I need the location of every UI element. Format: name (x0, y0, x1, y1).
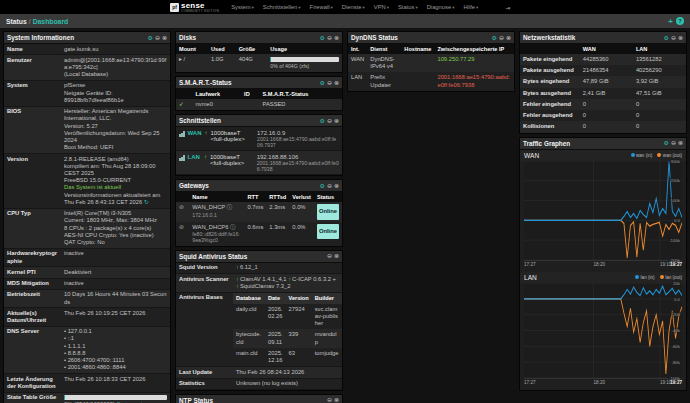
minimize-icon[interactable]: ⊖ (671, 35, 676, 41)
table-row: Betriebszeit10 Days 16 Hours 44 Minutes … (4, 290, 170, 308)
minimize-icon[interactable]: ⊖ (327, 397, 332, 403)
nav-item-services[interactable]: Dienste▾ (342, 4, 365, 10)
update-arrow-icon: ↑ (236, 283, 239, 289)
lan-traffic-graph: LAN lan (in) lan (out) 20k0.0-20k-40k-60… (520, 272, 686, 388)
table-row: Version2.8.1-RELEASE (amd64)kompiliert a… (4, 154, 170, 209)
wrench-icon[interactable]: ⚙ (664, 140, 669, 146)
wan-traffic-plot[interactable]: 300k200k100k0.0-100k-200k (524, 161, 682, 261)
wrench-icon[interactable]: ⚙ (320, 118, 325, 124)
table-row: MDS Mitigationinactive (4, 279, 170, 290)
chevron-down-icon: ▾ (415, 5, 417, 10)
series-in-dot (631, 153, 635, 157)
panel-title: NTP Status (179, 397, 327, 403)
nav-item-firewall[interactable]: Firewall▾ (310, 4, 333, 10)
system-information-panel: System Informationen ⚙⊖⊗ Namegate.kumk.s… (3, 31, 171, 403)
nav-item-system[interactable]: System▾ (231, 4, 254, 10)
series-in-dot (635, 275, 639, 279)
graph-title: LAN (524, 274, 537, 281)
graph-legend: wan (in) wan (out) (631, 153, 683, 158)
minimize-icon[interactable]: ⊖ (327, 253, 332, 259)
close-icon[interactable]: ⊗ (506, 35, 511, 41)
close-icon[interactable]: ⊗ (334, 397, 339, 403)
lan-traffic-plot[interactable]: 20k0.0-20k-40k-60k-80k-100k (524, 283, 682, 379)
chevron-down-icon: ▾ (331, 5, 333, 10)
nav-item-interfaces[interactable]: Schnittstellen▾ (263, 4, 301, 10)
table-row: Fehler ausgehend00 (520, 110, 686, 121)
status-badge: Online (317, 204, 339, 219)
top-navbar: pf sense COMMUNITY EDITION System▾ Schni… (0, 0, 690, 14)
table-row: Bytes ausgehend2,41 GiB47,51 GiB (520, 88, 686, 99)
panel-title: Squid Antivirus Status (179, 253, 327, 260)
panel-title: S.M.A.R.T.-Status (179, 79, 320, 86)
table-row: main.cld2025.12.1663tomjudge (233, 348, 342, 366)
close-icon[interactable]: ⊗ (334, 118, 339, 124)
interface-speed: 1000baseT <full-duplex> (211, 130, 255, 142)
nav-item-label: Schnittstellen (263, 4, 297, 10)
table-row: LANPrefix Updater2001:1668:ae15:4790:aab… (348, 72, 514, 90)
breadcrumb-page-link[interactable]: Dashboard (33, 18, 69, 25)
wrench-icon[interactable]: ⚙ (320, 80, 325, 86)
panel-title: Gateways (179, 182, 320, 189)
add-widget-icon[interactable]: + (668, 17, 673, 26)
close-icon[interactable]: ⊗ (162, 35, 167, 41)
minimize-icon[interactable]: ⊖ (155, 35, 160, 41)
minimize-icon[interactable]: ⊖ (327, 35, 332, 41)
gateways-panel: Gateways ⚙⊖⊗ NameRTTRTTsdVerlustStatus ⊘… (175, 179, 343, 246)
series-out-dot (657, 153, 661, 157)
close-icon[interactable]: ⊗ (334, 80, 339, 86)
nav-item-label: Diagnose (427, 4, 452, 10)
wrench-icon[interactable]: ⚙ (320, 35, 325, 41)
pfsense-logo[interactable]: pf sense COMMUNITY EDITION (170, 2, 219, 13)
column-4: Netzwerkstatistik ⚙⊖⊗ WANLAN Pakete eing… (519, 31, 687, 391)
minimize-icon[interactable]: ⊖ (671, 140, 676, 146)
close-icon[interactable]: ⊗ (334, 35, 339, 41)
table-row: Pakete eingehend4428536013561282 (520, 54, 686, 65)
info-icon[interactable]: ⓘ (227, 204, 233, 210)
table-row: CPU TypIntel(R) Core(TM) i3-N305Current:… (4, 209, 170, 249)
wrench-icon[interactable]: ⚙ (320, 183, 325, 189)
nav-item-help[interactable]: Hilfe▾ (463, 4, 478, 10)
graph-title: WAN (524, 152, 539, 159)
nav-item-vpn[interactable]: VPN▾ (374, 4, 389, 10)
panel-title: Disks (179, 34, 320, 41)
minimize-icon[interactable]: ⊖ (327, 80, 332, 86)
column-3: DynDNS Status ⚙⊖⊗ Int.DienstHostnameZwis… (347, 31, 515, 92)
close-icon[interactable]: ⊗ (334, 183, 339, 189)
logout-icon[interactable]: ⇥ (505, 4, 510, 11)
nav-item-status[interactable]: Status▾ (398, 4, 418, 10)
expand-icon[interactable]: ▸ (179, 56, 182, 62)
gateway-icon: ⊘ (179, 204, 184, 210)
interface-row-lan: LAN ↑ 1000baseT <full-duplex> 192.168.88… (176, 151, 342, 175)
status-badge: Online (317, 224, 339, 239)
table-row: Kernel PTIDeaktiviert (4, 267, 170, 278)
disks-panel: Disks ⚙⊖⊗ MountUsedGrößeUsage ▸ / 1.0G40… (175, 31, 343, 73)
graph-legend: lan (in) lan (out) (635, 275, 682, 280)
chevron-down-icon: ▾ (476, 5, 478, 10)
nav-item-label: Dienste (342, 4, 362, 10)
table-row: ✓ nvme0PASSED (176, 99, 342, 110)
panel-title: DynDNS Status (351, 34, 492, 41)
help-icon[interactable]: ? (676, 17, 684, 25)
close-icon[interactable]: ⊗ (334, 253, 339, 259)
minimize-icon[interactable]: ⊖ (327, 118, 332, 124)
table-row: ▸ / 1.0G404G 0% of 404G (zfs) (176, 54, 342, 72)
refresh-icon[interactable]: ↻ (144, 199, 149, 205)
wrench-icon[interactable]: ⚙ (148, 35, 153, 41)
interface-name[interactable]: LAN (188, 154, 201, 160)
nav-item-diagnostics[interactable]: Diagnose▾ (427, 4, 455, 10)
wrench-icon[interactable]: ⚙ (664, 35, 669, 41)
network-bars-icon (179, 131, 185, 137)
wrench-icon[interactable]: ⚙ (492, 35, 497, 41)
close-icon[interactable]: ⊗ (678, 140, 683, 146)
breadcrumb-bar: Status / Dashboard + ? (0, 14, 690, 28)
table-row: Kollisionen00 (520, 121, 686, 132)
network-bars-icon (179, 155, 185, 161)
nav-item-label: System (231, 4, 250, 10)
close-icon[interactable]: ⊗ (678, 35, 683, 41)
x-axis-labels: 17:2718:2019:1019:27 (524, 261, 682, 270)
interface-name[interactable]: WAN (188, 130, 202, 136)
minimize-icon[interactable]: ⊖ (327, 183, 332, 189)
minimize-icon[interactable]: ⊖ (499, 35, 504, 41)
breadcrumb-separator: / (29, 18, 31, 25)
info-icon[interactable]: ⓘ (230, 224, 236, 230)
